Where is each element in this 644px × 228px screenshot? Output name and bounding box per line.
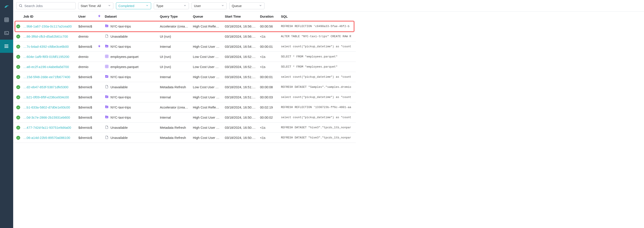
job-id-link[interactable]: …7c-b4ad-4392-cfdbe3ce6b00 — [23, 45, 69, 48]
cell-sql: select count("pickup_datetime") as "coun… — [279, 92, 356, 102]
cell-queue: High Cost Reflecti… — [191, 102, 222, 112]
cell-duration: <1s — [258, 52, 279, 62]
grid-icon — [105, 54, 109, 59]
cell-sql: SELECT * FROM "employees.parquet" — [279, 52, 356, 62]
chevron-down-icon — [108, 4, 111, 8]
svg-rect-22 — [105, 55, 108, 58]
table-row[interactable]: …b21-0f09-6f9f-e236ce934c00 $dremio$ NYC… — [13, 92, 356, 102]
table-row[interactable]: …06-a14d-22b5-89570a086100 $dremio$ Unav… — [13, 133, 356, 143]
status-success-icon — [16, 55, 20, 59]
table-row[interactable]: …9b8-1a67-150a-0c117a2cea00 $dremio$ NYC… — [13, 21, 356, 32]
svg-point-12 — [5, 46, 5, 46]
cell-dataset: NYC-taxi-trips — [110, 45, 131, 48]
job-id-link[interactable]: …9b8-1a67-150a-0c117a2cea00 — [23, 25, 72, 28]
cell-duration: 00:00:02 — [258, 112, 279, 123]
cell-user: $dremio$ — [76, 112, 96, 123]
svg-point-14 — [19, 5, 22, 7]
cell-start-time: 03/18/2024, 16:52:02 — [222, 62, 258, 72]
cell-dataset: NYC-taxi-trips — [110, 95, 131, 99]
job-id-link[interactable]: …b1-633a-5802-d7d0e1e93c00 — [23, 105, 70, 109]
cell-dataset: Unavailable — [110, 126, 128, 129]
status-success-icon — [16, 75, 20, 79]
search-icon — [19, 4, 22, 8]
nav-jobs[interactable] — [0, 40, 13, 53]
cell-query-type: Internal — [158, 42, 191, 52]
cell-dataset: Unavailable — [110, 85, 128, 89]
table-row[interactable]: …7c-b4ad-4392-cfdbe3ce6b00 $dremio$ NYC-… — [13, 42, 356, 52]
filter-label: Queue — [232, 4, 242, 8]
col-dur[interactable]: Duration — [258, 12, 279, 21]
chevron-down-icon — [221, 4, 224, 8]
file-icon — [105, 34, 109, 39]
table-row[interactable]: …604e-1af9-f6f3-01fdf1195200 dremio empl… — [13, 52, 356, 62]
search-input[interactable] — [24, 4, 73, 8]
cell-queue: High Cost User Q… — [191, 112, 222, 123]
job-id-link[interactable]: …b21-0f09-6f9f-e236ce934c00 — [23, 95, 69, 99]
table-row[interactable]: …86-3f6d-cfb3-d5a62b61c700 dremio Unavai… — [13, 32, 356, 42]
filter-queue[interactable]: Queue — [229, 3, 264, 9]
cell-accel — [96, 102, 102, 112]
folder-icon — [105, 44, 109, 49]
status-success-icon — [16, 126, 20, 130]
col-user[interactable]: User — [76, 12, 96, 21]
job-id-link[interactable]: …06-a14d-22b5-89570a086100 — [23, 136, 70, 140]
cell-accel — [96, 133, 102, 143]
job-id-link[interactable]: …d2-eb47-853f-53871dfe5300 — [23, 85, 68, 89]
col-qtype[interactable]: Query Type — [158, 12, 191, 21]
cell-dataset: NYC-taxi-trips — [110, 75, 131, 79]
job-id-link[interactable]: …477-742d-fa11-93751e9d4a00 — [23, 126, 71, 129]
filter-label: User — [194, 4, 201, 8]
cell-start-time: 03/18/2024, 16:54:07 — [222, 42, 258, 52]
cell-query-type: Metadata Refresh — [158, 82, 191, 92]
cell-sql: REFRESH DATASET "Samples"."samples.dremi… — [279, 82, 356, 92]
search-box[interactable] — [16, 2, 76, 9]
col-start[interactable]: Start Time — [222, 12, 258, 21]
svg-line-15 — [21, 6, 22, 7]
job-id-link[interactable]: …604e-1af9-f6f3-01fdf1195200 — [23, 55, 69, 59]
table-row[interactable]: …b1-633a-5802-d7d0e1e93c00 $dremio$ NYC-… — [13, 102, 356, 112]
cell-start-time: 03/18/2024, 16:56:07 — [222, 32, 258, 42]
filter-label: Completed — [118, 4, 134, 8]
cell-accel — [96, 42, 102, 52]
job-id-link[interactable]: …a6-ec2f-a196-c4abe8a5d700 — [23, 65, 69, 69]
cell-accel — [96, 112, 102, 123]
cell-query-type: Metadata Refresh — [158, 123, 191, 133]
filter-status[interactable]: Completed — [116, 3, 151, 9]
col-sql[interactable]: SQL — [279, 12, 356, 21]
cell-user: $dremio$ — [76, 42, 96, 52]
cell-dataset: NYC-taxi-trips — [110, 25, 131, 28]
cell-accel — [96, 32, 102, 42]
table-row[interactable]: …15d-5f48-2dde-ee71fb677400 $dremio$ NYC… — [13, 72, 356, 82]
nav-sql[interactable] — [0, 26, 13, 40]
cell-query-type: Accelerator (creat… — [158, 102, 191, 112]
cell-dataset: NYC-taxi-trips — [110, 105, 131, 109]
table-row[interactable]: …477-742d-fa11-93751e9d4a00 $dremio$ Una… — [13, 123, 356, 133]
col-dataset[interactable]: Dataset — [102, 12, 158, 21]
filter-start-time[interactable]: Start Time: All — [78, 3, 113, 9]
col-queue[interactable]: Queue — [191, 12, 222, 21]
cell-query-type: Internal — [158, 72, 191, 82]
cell-query-type: UI (run) — [158, 52, 191, 62]
filter-user[interactable]: User — [192, 3, 227, 9]
folder-icon — [105, 75, 109, 79]
table-row[interactable]: …a6-ec2f-a196-c4abe8a5d700 dremio employ… — [13, 62, 356, 72]
cell-duration: 00:00:08 — [258, 82, 279, 92]
job-id-link[interactable]: …0d-3c7e-2866-2b15931eb600 — [23, 116, 70, 119]
folder-icon — [105, 115, 109, 120]
job-id-link[interactable]: …15d-5f48-2dde-ee71fb677400 — [23, 75, 70, 79]
chevron-down-icon — [184, 4, 186, 8]
grid-icon — [105, 64, 109, 69]
col-jobid[interactable]: Job ID — [21, 12, 76, 21]
cell-queue: High Cost User Q… — [191, 72, 222, 82]
job-id-link[interactable]: …86-3f6d-cfb3-d5a62b61c700 — [23, 35, 68, 38]
cell-sql: ALTER TABLE "NYC-taxi-trips" CREATE RAW … — [279, 32, 356, 42]
cell-user: $dremio$ — [76, 102, 96, 112]
cell-accel — [96, 123, 102, 133]
status-success-icon — [16, 105, 20, 109]
table-row[interactable]: …d2-eb47-853f-53871dfe5300 $dremio$ Unav… — [13, 82, 356, 92]
filter-type[interactable]: Type — [154, 3, 189, 9]
cell-queue: High Cost Reflecti… — [191, 21, 222, 32]
nav-datasets[interactable] — [0, 13, 13, 26]
table-row[interactable]: …0d-3c7e-2866-2b15931eb600 $dremio$ NYC-… — [13, 112, 356, 123]
cell-dataset: Unavailable — [110, 136, 128, 140]
